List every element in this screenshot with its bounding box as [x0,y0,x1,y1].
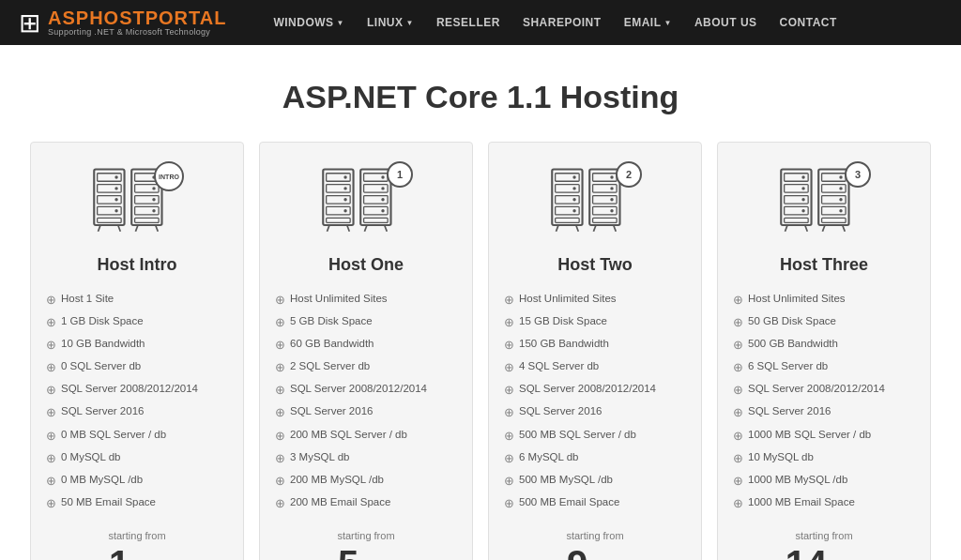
svg-point-4 [114,187,117,189]
check-icon: ⊕ [46,359,56,376]
feature-item: ⊕ 0 SQL Server db [46,356,228,379]
nav-item-email[interactable]: EMAIL▼ [615,10,681,35]
feature-item: ⊕ 60 GB Bandwidth [275,333,457,356]
chevron-down-icon: ▼ [406,19,414,27]
svg-point-42 [381,198,384,201]
svg-point-52 [572,187,575,189]
price-line: $ 9 .00/mo [557,545,633,560]
nav-item-windows[interactable]: WINDOWS▼ [264,10,354,35]
feature-item: ⊕ 2 SQL Server db [275,356,457,379]
feature-item: ⊕ SQL Server 2008/2012/2014 [733,379,915,401]
check-icon: ⊕ [733,292,743,309]
price-area: starting from $ 9 .00/mo [557,530,633,560]
svg-rect-81 [785,218,809,222]
check-icon: ⊕ [275,404,285,421]
svg-point-18 [152,198,155,201]
svg-point-80 [801,209,804,212]
feature-item: ⊕ 10 GB Bandwidth [46,333,228,356]
svg-point-30 [343,198,346,201]
check-icon: ⊕ [504,382,514,399]
check-icon: ⊕ [275,495,285,512]
feature-item: ⊕ SQL Server 2016 [504,401,686,424]
nav-item-reseller[interactable]: RESELLER [427,10,510,35]
feature-item: ⊕ SQL Server 2016 [733,401,915,424]
svg-rect-9 [98,218,121,222]
svg-point-16 [152,187,155,189]
feature-item: ⊕ 50 GB Disk Space [733,310,915,333]
price-area: starting from $ 1 .00/mo [99,530,175,560]
logo[interactable]: ⊞ ASPHOSTPORTAL Supporting .NET & Micros… [19,8,226,38]
svg-rect-45 [364,218,389,222]
nav-menu: WINDOWS▼LINUX▼RESELLERSHAREPOINTEMAIL▼AB… [264,10,942,35]
svg-point-44 [381,209,384,212]
svg-rect-69 [593,218,618,222]
check-icon: ⊕ [504,404,514,421]
plan-card-one: 1 Host One ⊕ Host Unlimited Sites ⊕ 5 GB… [259,142,473,560]
plan-title: Host Two [557,255,633,275]
svg-point-74 [801,175,804,178]
server-icon-wrap: 1 [319,161,413,246]
check-icon: ⊕ [46,495,56,512]
price-number: 5 [338,545,358,560]
price-line: $ 14 .00/mo [775,545,874,560]
features-list: ⊕ Host 1 Site ⊕ 1 GB Disk Space ⊕ 10 GB … [46,288,228,515]
price-number: 14 [786,545,828,560]
logo-tagline: Supporting .NET & Microsoft Technology [48,27,226,37]
check-icon: ⊕ [275,314,285,331]
check-icon: ⊕ [504,450,514,467]
feature-item: ⊕ 0 MB MySQL /db [46,470,228,492]
check-icon: ⊕ [275,450,285,467]
pricing-cards: INTRO Host Intro ⊕ Host 1 Site ⊕ 1 GB Di… [0,142,961,560]
check-icon: ⊕ [504,337,514,354]
svg-point-8 [114,209,117,212]
svg-point-56 [572,209,575,212]
check-icon: ⊕ [46,292,56,309]
svg-point-86 [839,175,842,178]
nav-item-about-us[interactable]: ABOUT US [685,10,767,35]
nav-item-sharepoint[interactable]: SHAREPOINT [513,10,611,35]
check-icon: ⊕ [504,359,514,376]
feature-item: ⊕ 6 MySQL db [504,446,686,469]
chevron-down-icon: ▼ [664,19,671,27]
feature-item: ⊕ Host 1 Site [46,288,228,310]
check-icon: ⊕ [275,337,285,354]
feature-item: ⊕ SQL Server 2016 [46,401,228,424]
svg-point-32 [343,209,346,212]
check-icon: ⊕ [46,404,56,421]
server-icon-wrap: 3 [777,161,871,246]
svg-point-2 [114,175,117,178]
svg-rect-33 [327,218,351,222]
feature-item: ⊕ 500 MB MySQL /db [504,470,686,492]
feature-item: ⊕ 500 MB SQL Server / db [504,424,686,446]
price-line: $ 5 .00/mo [328,545,404,560]
chevron-down-icon: ▼ [337,19,344,27]
check-icon: ⊕ [275,473,285,490]
feature-item: ⊕ SQL Server 2008/2012/2014 [275,379,457,401]
feature-item: ⊕ SQL Server 2008/2012/2014 [46,379,228,401]
page-title: ASP.NET Core 1.1 Hosting [19,79,942,115]
plan-badge: 3 [845,161,871,188]
feature-item: ⊕ 4 SQL Server db [504,356,686,379]
check-icon: ⊕ [733,314,743,331]
svg-rect-57 [556,218,580,222]
page-title-area: ASP.NET Core 1.1 Hosting [0,45,961,142]
feature-item: ⊕ Host Unlimited Sites [733,288,915,310]
navbar: ⊞ ASPHOSTPORTAL Supporting .NET & Micros… [0,0,961,45]
svg-rect-0 [94,170,124,226]
feature-item: ⊕ 50 MB Email Space [46,492,228,515]
check-icon: ⊕ [46,473,56,490]
feature-item: ⊕ 10 MySQL db [733,446,915,469]
svg-point-64 [610,187,613,189]
nav-item-linux[interactable]: LINUX▼ [358,10,423,35]
feature-item: ⊕ 3 MySQL db [275,446,457,469]
check-icon: ⊕ [504,428,514,445]
feature-item: ⊕ 200 MB SQL Server / db [275,424,457,446]
plan-card-intro: INTRO Host Intro ⊕ Host 1 Site ⊕ 1 GB Di… [30,142,244,560]
price-area: starting from $ 14 .00/mo [775,530,874,560]
svg-point-50 [572,175,575,178]
nav-item-contact[interactable]: CONTACT [770,10,847,35]
plan-title: Host Three [780,255,868,275]
price-number: 1 [109,545,130,560]
feature-item: ⊕ 1000 MB MySQL /db [733,470,915,492]
feature-item: ⊕ 0 MB SQL Server / db [46,424,228,446]
